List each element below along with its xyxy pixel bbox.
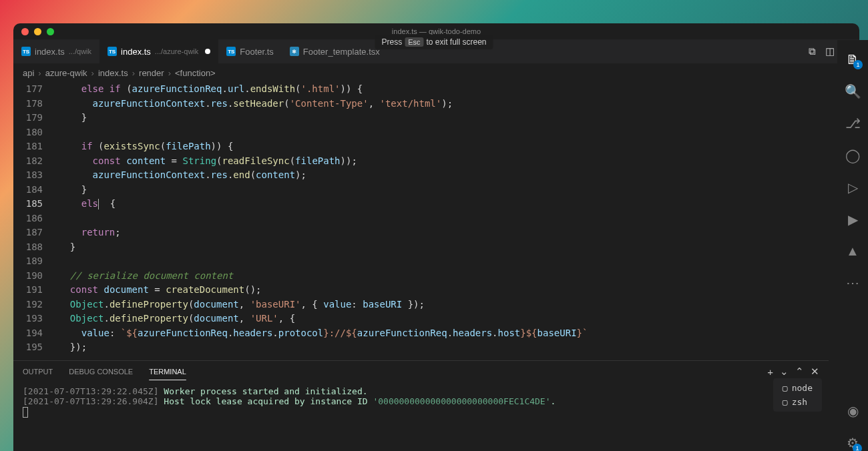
code-line[interactable]: });	[59, 340, 847, 355]
line-number[interactable]: 182	[13, 154, 43, 169]
code-line[interactable]: const content = String(readFileSync(file…	[59, 154, 847, 169]
line-number[interactable]: 195	[13, 340, 43, 355]
breadcrumb-segment[interactable]: <function>	[175, 68, 216, 78]
line-number[interactable]: 193	[13, 312, 43, 326]
fullscreen-hint: Press Esc to exit full screen	[375, 35, 493, 49]
code-line[interactable]: else if (azureFunctionReq.url.endsWith('…	[59, 82, 847, 97]
file-icon: ⚛	[290, 47, 299, 56]
compare-icon[interactable]: ⧉	[809, 45, 816, 57]
esc-key: Esc	[405, 37, 423, 47]
line-number[interactable]: 191	[13, 283, 43, 298]
tab-filename: Footer_template.tsx	[303, 47, 380, 57]
code-line[interactable]: Object.defineProperty(document, 'baseURI…	[59, 298, 847, 312]
explorer-icon[interactable]: 🗎1	[846, 52, 859, 67]
line-number[interactable]: 186	[13, 211, 43, 226]
line-gutter[interactable]: 1771781791801811821831841851861871881891…	[13, 82, 52, 355]
panel-tab[interactable]: OUTPUT	[23, 368, 53, 376]
panel-tab[interactable]: DEBUG CONSOLE	[69, 368, 133, 376]
code-line[interactable]: Object.defineProperty(document, 'URL', {	[59, 312, 847, 326]
tab-path: .../qwik	[69, 47, 91, 55]
account-icon[interactable]: ◉	[847, 403, 859, 419]
split-icon[interactable]: ◫	[825, 45, 835, 57]
code-content[interactable]: else if (azureFunctionReq.url.endsWith('…	[59, 82, 847, 355]
modified-indicator	[205, 49, 210, 54]
code-line[interactable]: els {	[59, 197, 847, 211]
code-editor[interactable]: 1771781791801811821831841851861871881891…	[13, 82, 847, 360]
line-number[interactable]: 189	[13, 254, 43, 269]
breadcrumb-segment[interactable]: index.ts	[98, 68, 128, 78]
terminal-dropdown-icon[interactable]: ⌄	[780, 366, 789, 378]
line-number[interactable]: 183	[13, 168, 43, 183]
close-window-button[interactable]	[21, 28, 29, 35]
line-number[interactable]: 192	[13, 298, 43, 312]
minimize-window-button[interactable]	[34, 28, 41, 35]
panel-tab[interactable]: TERMINAL	[149, 368, 186, 376]
editor-tab[interactable]: TSindex.ts.../qwik	[13, 39, 99, 63]
code-line[interactable]: }	[59, 183, 847, 197]
play-icon[interactable]: ▶	[848, 211, 858, 228]
terminal-body[interactable]: ▢node▢zsh [2021-07-07T13:29:22.045Z] Wor…	[13, 382, 829, 451]
editor-tab[interactable]: TSFooter.ts	[218, 39, 282, 63]
editor-tab[interactable]: ⚛Footer_template.tsx	[282, 39, 388, 63]
terminal-process[interactable]: ▢node	[776, 381, 819, 395]
editor-tab[interactable]: TSindex.ts.../azure-qwik	[99, 39, 218, 63]
line-number[interactable]: 190	[13, 269, 43, 284]
breadcrumb-segment[interactable]: render	[139, 68, 164, 78]
line-number[interactable]: 185	[13, 197, 43, 211]
github-icon[interactable]: ◯	[845, 147, 860, 163]
more-icon[interactable]: ⋯	[846, 275, 859, 291]
file-icon: TS	[21, 47, 31, 56]
settings-icon[interactable]: ⚙1	[847, 435, 859, 451]
code-line[interactable]: // serialize document content	[59, 269, 847, 284]
code-line[interactable]: value: `${azureFunctionReq.headers.proto…	[59, 326, 847, 341]
terminal-process[interactable]: ▢zsh	[776, 395, 819, 409]
terminal-line: [2021-07-07T13:29:26.904Z] Host lock lea…	[23, 396, 819, 406]
azure-icon[interactable]: ▲	[846, 244, 859, 259]
code-line[interactable]	[59, 125, 847, 140]
tab-filename: index.ts	[121, 47, 151, 57]
tab-path: .../azure-qwik	[155, 47, 198, 55]
tab-filename: index.ts	[35, 47, 65, 57]
line-number[interactable]: 178	[13, 97, 43, 111]
code-line[interactable]: return;	[59, 226, 847, 240]
code-line[interactable]: }	[59, 111, 847, 125]
line-number[interactable]: 187	[13, 226, 43, 240]
zoom-window-button[interactable]	[47, 28, 54, 35]
code-line[interactable]: if (existsSync(filePath)) {	[59, 139, 847, 154]
new-terminal-icon[interactable]: +	[767, 366, 773, 378]
source-control-icon[interactable]: ⎇	[845, 115, 861, 131]
breadcrumb-segment[interactable]: api	[23, 68, 34, 78]
breadcrumb-segment[interactable]: azure-qwik	[45, 68, 87, 78]
code-line[interactable]	[59, 254, 847, 269]
line-number[interactable]: 184	[13, 183, 43, 197]
line-number[interactable]: 188	[13, 240, 43, 255]
file-icon: TS	[107, 47, 117, 56]
bottom-panel: OUTPUTDEBUG CONSOLETERMINAL + ⌄ ⌃ ✕ ▢nod…	[13, 360, 829, 451]
terminal-line: [2021-07-07T13:29:22.045Z] Worker proces…	[23, 386, 819, 396]
line-number[interactable]: 181	[13, 139, 43, 154]
line-number[interactable]: 180	[13, 125, 43, 140]
maximize-panel-icon[interactable]: ⌃	[795, 366, 804, 378]
traffic-lights	[21, 28, 54, 35]
terminal-icon: ▢	[783, 383, 788, 393]
run-debug-icon[interactable]: ▷	[848, 179, 858, 195]
code-line[interactable]: const document = createDocument();	[59, 283, 847, 298]
code-line[interactable]: azureFunctionContext.res.end(content);	[59, 168, 847, 183]
terminal-icon: ▢	[783, 397, 788, 407]
activity-bar: 🗎1 🔍 ⎇ ◯ ▷ ▶ ▲ ⋯ ◉ ⚙1	[837, 40, 868, 451]
breadcrumbs[interactable]: api›azure-qwik›index.ts›render›<function…	[13, 63, 859, 82]
close-panel-icon[interactable]: ✕	[811, 366, 819, 378]
terminal-process-list: ▢node▢zsh	[773, 378, 822, 412]
line-number[interactable]: 177	[13, 82, 43, 97]
code-line[interactable]	[59, 211, 847, 226]
search-icon[interactable]: 🔍	[845, 83, 861, 99]
panel-tabs: OUTPUTDEBUG CONSOLETERMINAL + ⌄ ⌃ ✕	[13, 361, 829, 382]
file-icon: TS	[226, 47, 236, 56]
line-number[interactable]: 179	[13, 111, 43, 125]
line-number[interactable]: 194	[13, 326, 43, 341]
editor-window: index.ts — qwik-todo-demo TSindex.ts.../…	[13, 23, 859, 451]
terminal-cursor	[23, 406, 819, 418]
tab-filename: Footer.ts	[240, 47, 274, 57]
code-line[interactable]: azureFunctionContext.res.setHeader('Cont…	[59, 97, 847, 111]
code-line[interactable]: }	[59, 240, 847, 255]
